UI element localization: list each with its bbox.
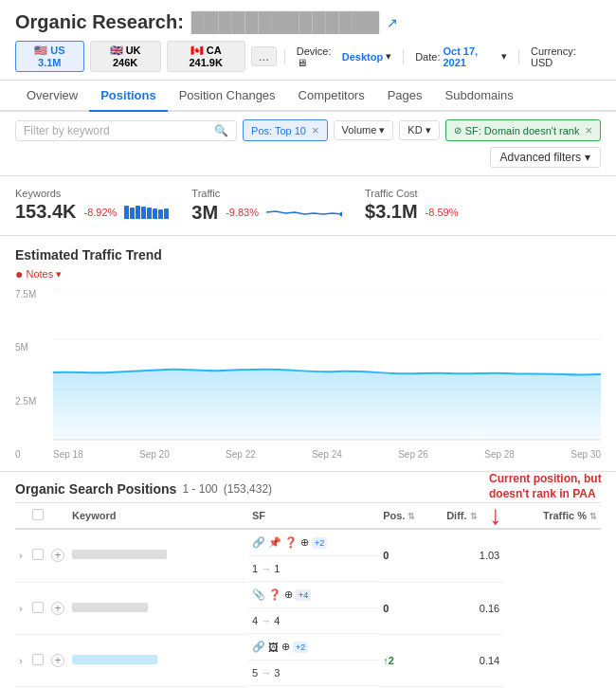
row-add: + xyxy=(47,582,68,634)
traffic-metric: Traffic 3M -9.83% xyxy=(191,188,342,224)
location-ca[interactable]: 🇨🇦 CA 241.9K xyxy=(167,41,245,72)
th-add xyxy=(47,503,68,530)
x-label-sep18: Sep 18 xyxy=(53,449,83,460)
sf-filter-label: SF: Domain doesn't rank xyxy=(465,125,580,136)
row-keyword xyxy=(68,582,248,634)
row-expand[interactable]: › xyxy=(15,529,28,582)
traffic-sparkline xyxy=(266,201,342,224)
row-diff: 0 xyxy=(379,582,443,634)
remove-sf-filter[interactable]: × xyxy=(585,123,592,137)
chevron-down-icon: ▾ xyxy=(585,151,590,164)
th-check xyxy=(28,503,47,530)
th-keyword: Keyword xyxy=(68,503,248,530)
row-add: + xyxy=(47,634,68,686)
keywords-sparkline xyxy=(124,206,169,219)
tab-positions[interactable]: Positions xyxy=(89,81,168,112)
sf-filter-chip[interactable]: ⊘ SF: Domain doesn't rank × xyxy=(445,119,601,141)
table-count: (153,432) xyxy=(224,482,272,496)
x-label-sep30: Sep 30 xyxy=(571,449,601,460)
tab-competitors[interactable]: Competitors xyxy=(287,81,376,112)
tab-subdomains[interactable]: Subdomains xyxy=(434,81,525,112)
row-checkbox[interactable] xyxy=(32,549,44,560)
table-title: Organic Search Positions xyxy=(15,481,176,497)
location-uk[interactable]: 🇬🇧 UK 246K xyxy=(90,41,161,72)
keywords-label: Keywords xyxy=(15,188,169,199)
sf-link-icon: 🔗 xyxy=(252,536,265,549)
row-sf: 🔗 📌 ❓ ⊕ +2 xyxy=(248,530,379,556)
annotation-text: Current position, but doesn't rank in PA… xyxy=(489,472,603,501)
chart-x-labels: Sep 18 Sep 20 Sep 22 Sep 24 Sep 26 Sep 2… xyxy=(53,449,601,460)
nav-tabs: Overview Positions Position Changes Comp… xyxy=(0,81,616,112)
chart-container: 7.5M 5M 2.5M 0 xyxy=(15,289,601,460)
advanced-filters-button[interactable]: Advanced filters ▾ xyxy=(490,147,601,168)
notes-label: Notes xyxy=(26,268,53,280)
filter-placeholder: Filter by keyword xyxy=(24,124,110,137)
chart-title: Estimated Traffic Trend xyxy=(15,247,601,263)
device-selector[interactable]: Device: 🖥 Desktop ▾ xyxy=(293,44,395,70)
row-keyword xyxy=(68,529,248,582)
x-label-sep20: Sep 20 xyxy=(139,449,170,460)
traffic-change: -9.83% xyxy=(226,207,259,218)
row-check xyxy=(28,529,47,582)
annotation-arrow-down: ↓ xyxy=(489,501,502,531)
keyword-filter-input[interactable]: Filter by keyword 🔍 xyxy=(15,120,237,141)
currency-display: Currency: USD xyxy=(527,44,601,70)
sf-plus-icon: ⊕ xyxy=(281,641,290,653)
sf-filter-icon: ⊘ xyxy=(454,125,462,136)
sf-plus-icon: ⊕ xyxy=(284,588,293,601)
traffic-cost-value: $3.1M xyxy=(365,201,418,223)
row-checkbox[interactable] xyxy=(32,654,44,665)
select-all-checkbox[interactable] xyxy=(32,509,44,520)
table-row: › + 📎 ❓ ⊕ +4 4→4 0 0.16 xyxy=(15,582,601,634)
filter-bar: Filter by keyword 🔍 Pos: Top 10 × Volume… xyxy=(0,112,616,176)
chart-svg xyxy=(53,289,601,441)
separator2 xyxy=(403,49,404,64)
red-dot-icon: ● xyxy=(15,266,23,281)
separator3 xyxy=(518,49,519,64)
row-expand[interactable]: › xyxy=(15,634,28,686)
th-pos[interactable]: Pos. ⇅ xyxy=(379,503,443,530)
more-locations-button[interactable]: ... xyxy=(251,46,277,66)
volume-filter[interactable]: Volume ▾ xyxy=(334,120,394,140)
row-checkbox[interactable] xyxy=(32,602,44,613)
row-add: + xyxy=(47,529,68,582)
pos-filter-label: Pos: Top 10 xyxy=(251,125,306,136)
date-selector[interactable]: Date: Oct 17, 2021 ▾ xyxy=(411,44,511,70)
keywords-change: -8.92% xyxy=(84,207,118,218)
add-keyword-button[interactable]: + xyxy=(51,549,64,562)
sf-image-icon: 🖼 xyxy=(268,642,279,653)
remove-pos-filter[interactable]: × xyxy=(312,123,319,137)
tab-position-changes[interactable]: Position Changes xyxy=(168,81,287,112)
y-label-2.5m: 2.5M xyxy=(15,396,49,407)
pos-filter-chip[interactable]: Pos: Top 10 × xyxy=(243,119,328,141)
tab-pages[interactable]: Pages xyxy=(376,81,434,112)
add-keyword-button[interactable]: + xyxy=(51,602,64,615)
row-check xyxy=(28,582,47,634)
diff-sort-icon: ⇅ xyxy=(470,512,478,521)
sf-link-icon: 🔗 xyxy=(252,641,265,653)
table-row: › + 🔗 🖼 ⊕ +2 5→3 ↑2 0.14 xyxy=(15,634,601,686)
sf-pin-icon: 📌 xyxy=(268,536,281,549)
kd-filter[interactable]: KD ▾ xyxy=(399,120,439,140)
row-sf: 📎 ❓ ⊕ +4 xyxy=(248,582,379,608)
th-expand xyxy=(15,503,28,530)
keyword-text xyxy=(72,603,148,612)
traffic-cost-metric: Traffic Cost $3.1M -8.59% xyxy=(365,188,458,224)
tab-overview[interactable]: Overview xyxy=(15,81,89,112)
annotation-container: Current position, but doesn't rank in PA… xyxy=(489,472,603,531)
x-label-sep22: Sep 22 xyxy=(226,449,256,460)
chart-y-labels: 7.5M 5M 2.5M 0 xyxy=(15,289,49,460)
row-expand[interactable]: › xyxy=(15,582,28,634)
sf-plus-badge: +4 xyxy=(296,589,311,601)
pos-arrow-icon: → xyxy=(261,615,271,626)
chart-area xyxy=(53,289,601,441)
y-label-5m: 5M xyxy=(15,342,49,353)
add-keyword-button[interactable]: + xyxy=(51,654,64,667)
advanced-filters-label: Advanced filters xyxy=(500,151,581,164)
y-label-0: 0 xyxy=(15,449,49,460)
location-us[interactable]: 🇺🇸 US 3.1M xyxy=(15,41,84,72)
notes-button[interactable]: ● Notes ▾ xyxy=(15,266,601,281)
external-link-icon[interactable]: ↗ xyxy=(387,15,398,30)
row-pos: 1→1 xyxy=(248,556,379,582)
th-sf: SF xyxy=(248,503,379,530)
